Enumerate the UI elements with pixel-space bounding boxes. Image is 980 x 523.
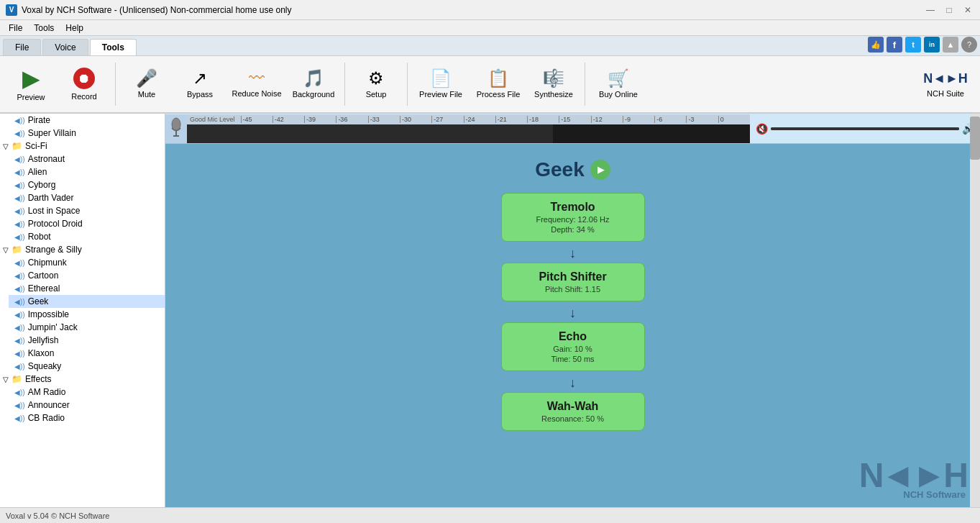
sep3 <box>407 63 408 106</box>
sidebar: ◀)) Pirate ◀)) Super Villain ▽ 📁 Sci-Fi … <box>0 114 165 507</box>
voice-title: Geek <box>535 158 610 181</box>
process-file-label: Process File <box>477 90 521 99</box>
item-label: Geek <box>28 296 49 306</box>
pitch-shifter-node[interactable]: Pitch Shifter Pitch Shift: 1.15 <box>501 263 645 301</box>
sidebar-item-cyborg[interactable]: ◀)) Cyborg <box>9 178 165 191</box>
sidebar-item-squeaky[interactable]: ◀)) Squeaky <box>9 360 165 373</box>
tab-tools[interactable]: Tools <box>90 39 137 55</box>
menu-help[interactable]: Help <box>60 22 89 35</box>
sidebar-item-chipmunk[interactable]: ◀)) Chipmunk <box>9 256 165 269</box>
tab-voice[interactable]: Voice <box>42 39 88 55</box>
buy-online-label: Buy Online <box>599 90 638 99</box>
item-label: Announcer <box>28 400 70 410</box>
item-label: CB Radio <box>28 413 65 423</box>
sidebar-item-jumpin-jack[interactable]: ◀)) Jumpin' Jack <box>9 321 165 334</box>
record-label: Record <box>71 92 96 101</box>
menu-tools[interactable]: Tools <box>28 22 60 35</box>
bypass-icon: ↗ <box>193 70 207 87</box>
sidebar-item-lost-in-space[interactable]: ◀)) Lost in Space <box>9 204 165 217</box>
menubar: File Tools Help <box>0 20 980 36</box>
bypass-button[interactable]: ↗ Bypass <box>175 60 225 109</box>
volume-slider[interactable] <box>771 127 959 130</box>
pitch-shifter-detail: Pitch Shift: 1.15 <box>513 285 633 294</box>
sound-icon: ◀)) <box>14 272 25 280</box>
sidebar-item-robot[interactable]: ◀)) Robot <box>9 230 165 243</box>
sound-icon: ◀)) <box>14 363 25 370</box>
item-label: Klaxon <box>28 348 55 358</box>
setup-label: Setup <box>366 90 387 99</box>
facebook-icon[interactable]: f <box>887 37 902 53</box>
sidebar-folder-strange-silly[interactable]: ▽ 📁 Strange & Silly <box>0 243 165 256</box>
like-icon[interactable]: 👍 <box>868 37 884 53</box>
sidebar-item-klaxon[interactable]: ◀)) Klaxon <box>9 347 165 360</box>
sidebar-item-astronaut[interactable]: ◀)) Astronaut <box>9 153 165 165</box>
waveform-area: Good Mic Level -45 -42 -39 -36 -33 -30 -… <box>165 114 980 144</box>
minimize-button[interactable]: — <box>924 4 937 17</box>
window-controls: — □ ✕ <box>924 4 974 17</box>
voice-play-button[interactable] <box>590 160 610 180</box>
record-button[interactable]: ⏺ Record <box>59 60 109 109</box>
background-button[interactable]: 🎵 Background <box>288 60 339 109</box>
nch-suite-button[interactable]: N◄►H NCH Suite <box>917 60 974 109</box>
echo-detail1: Gain: 10 % <box>513 345 633 353</box>
echo-node[interactable]: Echo Gain: 10 % Time: 50 ms <box>501 322 645 371</box>
preview-button[interactable]: ▶ Preview <box>6 60 56 109</box>
item-label: Cyborg <box>28 180 56 190</box>
sidebar-item-ethereal[interactable]: ◀)) Ethereal <box>9 282 165 295</box>
twitter-icon[interactable]: t <box>905 37 921 53</box>
tab-file[interactable]: File <box>3 39 41 55</box>
synthesize-button[interactable]: 🎼 Synthesize <box>528 60 579 109</box>
scifi-children: ◀)) Astronaut ◀)) Alien ◀)) Cyborg ◀)) D… <box>0 153 165 243</box>
buy-online-button[interactable]: 🛒 Buy Online <box>591 60 646 109</box>
linkedin-icon[interactable]: in <box>924 37 940 53</box>
preview-file-button[interactable]: 📄 Preview File <box>413 60 468 109</box>
sidebar-item-impossible[interactable]: ◀)) Impossible <box>9 308 165 321</box>
sidebar-item-jellyfish[interactable]: ◀)) Jellyfish <box>9 334 165 347</box>
sidebar-item-darth-vader[interactable]: ◀)) Darth Vader <box>9 191 165 204</box>
sidebar-folder-effects[interactable]: ▽ 📁 Effects <box>0 373 165 386</box>
mute-button[interactable]: 🎤 Mute <box>122 60 172 109</box>
sidebar-item-cb-radio[interactable]: ◀)) CB Radio <box>9 411 165 424</box>
sidebar-item-protocol-droid[interactable]: ◀)) Protocol Droid <box>9 217 165 230</box>
item-label: Alien <box>28 167 47 177</box>
maximize-button[interactable]: □ <box>943 4 956 17</box>
vertical-scrollbar[interactable] <box>970 114 980 507</box>
item-label: Ethereal <box>28 283 60 294</box>
scrollbar-thumb[interactable] <box>970 117 980 160</box>
sidebar-item-alien[interactable]: ◀)) Alien <box>9 165 165 178</box>
sound-icon: ◀)) <box>14 401 25 409</box>
nch-watermark: N◄►H NCH Software <box>859 455 966 500</box>
close-button[interactable]: ✕ <box>961 4 974 17</box>
statusbar: Voxal v 5.04 © NCH Software <box>0 507 980 523</box>
sidebar-item-cartoon[interactable]: ◀)) Cartoon <box>9 269 165 282</box>
sound-icon: ◀)) <box>14 155 25 163</box>
sidebar-item-announcer[interactable]: ◀)) Announcer <box>9 399 165 411</box>
sidebar-item-am-radio[interactable]: ◀)) AM Radio <box>9 386 165 399</box>
menu-file[interactable]: File <box>3 22 28 35</box>
strange-silly-children: ◀)) Chipmunk ◀)) Cartoon ◀)) Ethereal ◀)… <box>0 256 165 373</box>
item-label: Jellyfish <box>28 335 59 345</box>
wah-wah-title: Wah-Wah <box>513 400 633 413</box>
sidebar-item-geek[interactable]: ◀)) Geek <box>9 295 165 308</box>
sidebar-item-pirate[interactable]: ◀)) Pirate <box>0 114 165 127</box>
content-area: Good Mic Level -45 -42 -39 -36 -33 -30 -… <box>165 114 980 507</box>
help-icon[interactable]: ? <box>961 37 977 53</box>
reduce-noise-button[interactable]: 〰 Reduce Noise <box>228 60 285 109</box>
item-label: Lost in Space <box>28 206 81 216</box>
arrow3: ↓ <box>569 376 576 391</box>
arrow1: ↓ <box>569 246 576 261</box>
tremolo-node[interactable]: Tremolo Frequency: 12.06 Hz Depth: 34 % <box>501 193 645 242</box>
process-file-button[interactable]: 📋 Process File <box>471 60 526 109</box>
sidebar-folder-scifi[interactable]: ▽ 📁 Sci-Fi <box>0 140 165 153</box>
sidebar-item-super-villain[interactable]: ◀)) Super Villain <box>0 127 165 140</box>
mute-label: Mute <box>138 90 155 99</box>
item-label: Squeaky <box>28 361 62 371</box>
sound-icon: ◀)) <box>14 168 25 176</box>
setup-button[interactable]: ⚙ Setup <box>351 60 401 109</box>
reduce-noise-label: Reduce Noise <box>232 89 281 98</box>
waveform-track: Good Mic Level -45 -42 -39 -36 -33 -30 -… <box>187 114 750 143</box>
setup-icon: ⚙ <box>368 70 384 87</box>
echo-title: Echo <box>513 330 633 343</box>
chevron-up-icon[interactable]: ▲ <box>943 37 958 53</box>
wah-wah-node[interactable]: Wah-Wah Resonance: 50 % <box>501 392 645 431</box>
